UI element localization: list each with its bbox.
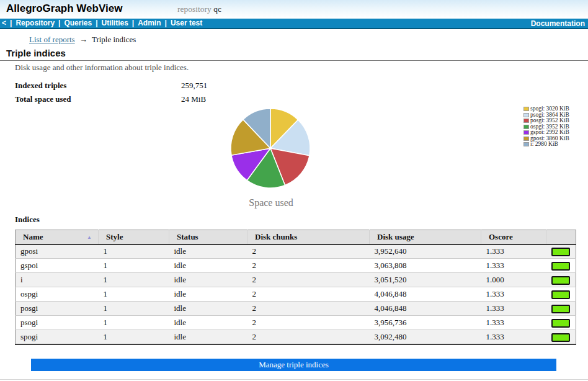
legend-swatch-psogi — [523, 113, 529, 117]
nav-separator: | — [165, 19, 167, 28]
index-action-button-posgi[interactable] — [551, 305, 570, 313]
cell-status: idle — [169, 273, 247, 287]
column-header-name[interactable]: Name ▲ — [16, 230, 99, 244]
cell-disk-usage: 3,063,808 — [370, 259, 481, 273]
nav-item-documentation[interactable]: Documentation — [531, 19, 585, 28]
column-header-disk-usage[interactable]: Disk usage — [370, 230, 481, 244]
cell-disk-chunks: 2 — [247, 330, 370, 344]
legend-swatch-ospgi — [523, 125, 529, 129]
total-space-value: 24 MiB — [181, 94, 206, 104]
page-title: Triple indices — [0, 48, 588, 61]
cell-disk-usage: 3,956,736 — [370, 316, 481, 330]
cell-disk-chunks: 2 — [247, 287, 370, 302]
column-header-status[interactable]: Status — [169, 230, 247, 244]
table-row-ospgi: ospgi1idle24,046,8481.333 — [16, 287, 576, 302]
column-header-disk-chunks[interactable]: Disk chunks — [247, 230, 370, 244]
cell-style: 1 — [99, 244, 169, 259]
cell-action — [546, 273, 576, 287]
cell-style: 1 — [99, 273, 169, 287]
index-action-button-gspoi[interactable] — [551, 262, 570, 271]
cell-oscore: 1.333 — [481, 330, 546, 344]
indices-table: Name ▲ Style Status Disk chunks Disk usa… — [15, 230, 576, 345]
index-action-button-gposi[interactable] — [551, 248, 570, 256]
legend-swatch-posgi — [523, 119, 529, 123]
legend-label-i: i: 2980 KiB — [530, 141, 558, 148]
space-used-pie-chart — [228, 106, 313, 191]
footer-divider — [0, 379, 588, 380]
cell-style: 1 — [99, 259, 169, 273]
index-action-button-i[interactable] — [551, 276, 570, 285]
cell-oscore: 1.000 — [481, 273, 546, 287]
cell-style: 1 — [99, 330, 169, 344]
cell-name: ospgi — [16, 287, 99, 302]
top-header: AllegroGraph WebView repository qc — [0, 0, 588, 19]
sort-ascending-icon: ▲ — [87, 235, 92, 240]
breadcrumb-arrow-icon: → — [79, 35, 87, 44]
cell-status: idle — [169, 316, 247, 330]
cell-status: idle — [169, 302, 247, 316]
cell-name: posgi — [16, 302, 99, 316]
indexed-triples-label: Indexed triples — [15, 81, 66, 91]
legend-swatch-gspoi — [523, 130, 529, 135]
nav-item-utilities[interactable]: Utilities — [101, 19, 128, 28]
nav-item-admin[interactable]: Admin — [138, 19, 161, 28]
repository-name: qc — [213, 4, 221, 14]
cell-status: idle — [169, 244, 247, 259]
cell-action — [546, 316, 576, 330]
cell-name: gspoi — [16, 259, 99, 273]
column-header-action — [546, 230, 576, 244]
cell-action — [546, 244, 576, 259]
cell-name: psogi — [16, 316, 99, 330]
page-subtitle: Disk usage and other information about t… — [0, 63, 588, 72]
cell-style: 1 — [99, 302, 169, 316]
column-header-style[interactable]: Style — [99, 230, 169, 244]
breadcrumb-link-list-of-reports[interactable]: List of reports — [29, 35, 75, 44]
nav-item-user-test[interactable]: User test — [171, 19, 202, 28]
cell-disk-usage: 3,051,520 — [370, 273, 481, 287]
column-header-oscore[interactable]: Oscore — [481, 230, 546, 244]
collapse-nav-icon[interactable]: < — [2, 19, 6, 28]
index-action-button-ospgi[interactable] — [551, 290, 570, 299]
cell-status: idle — [169, 330, 247, 344]
legend-swatch-gposi — [523, 137, 529, 141]
cell-action — [546, 330, 576, 344]
table-header-row: Name ▲ Style Status Disk chunks Disk usa… — [16, 230, 576, 244]
indexed-triples-value: 259,751 — [181, 81, 207, 91]
cell-disk-usage: 3,092,480 — [370, 330, 481, 344]
pie-chart-caption: Space used — [216, 197, 326, 208]
total-space-label: Total space used — [15, 94, 71, 104]
legend-item-i: i: 2980 KiB — [523, 141, 569, 148]
nav-item-repository[interactable]: Repository — [16, 19, 55, 28]
legend-swatch-i — [523, 142, 529, 146]
cell-style: 1 — [99, 287, 169, 302]
nav-item-queries[interactable]: Queries — [64, 19, 92, 28]
summary: Indexed triples 259,751 Total space used… — [0, 81, 588, 108]
cell-disk-usage: 3,952,640 — [370, 244, 481, 259]
nav-separator: | — [58, 19, 60, 28]
cell-oscore: 1.333 — [481, 316, 546, 330]
repository-label: repository — [177, 4, 212, 14]
index-action-button-spogi[interactable] — [551, 333, 570, 342]
chart-section: spogi: 3020 KiBpsogi: 3864 KiBposgi: 395… — [0, 108, 588, 213]
nav-menu: < |Repository|Queries|Utilities|Admin|Us… — [2, 19, 531, 28]
nav-separator: | — [96, 19, 97, 28]
repository-info: repository qc — [177, 4, 221, 14]
manage-triple-indices-button[interactable]: Manage triple indices — [31, 359, 556, 371]
breadcrumb-current: Triple indices — [92, 35, 136, 44]
table-row-spogi: spogi1idle23,092,4801.333 — [16, 330, 576, 344]
cell-name: gposi — [16, 244, 99, 259]
index-action-button-psogi[interactable] — [551, 319, 570, 328]
indices-table-body: gposi1idle23,952,6401.333gspoi1idle23,06… — [16, 244, 576, 344]
cell-disk-chunks: 2 — [247, 244, 370, 259]
table-row-posgi: posgi1idle24,046,8481.333 — [16, 302, 576, 316]
breadcrumb: List of reports → Triple indices — [0, 35, 588, 44]
app-title: AllegroGraph WebView — [6, 2, 122, 15]
legend-swatch-spogi — [523, 107, 529, 111]
cell-action — [546, 259, 576, 273]
cell-disk-chunks: 2 — [247, 316, 370, 330]
cell-name: i — [16, 273, 99, 287]
table-row-gposi: gposi1idle23,952,6401.333 — [16, 244, 576, 259]
pie-legend: spogi: 3020 KiBpsogi: 3864 KiBposgi: 395… — [523, 106, 569, 148]
summary-row-indexed-triples: Indexed triples 259,751 — [0, 81, 588, 94]
nav-separator: | — [10, 19, 12, 28]
